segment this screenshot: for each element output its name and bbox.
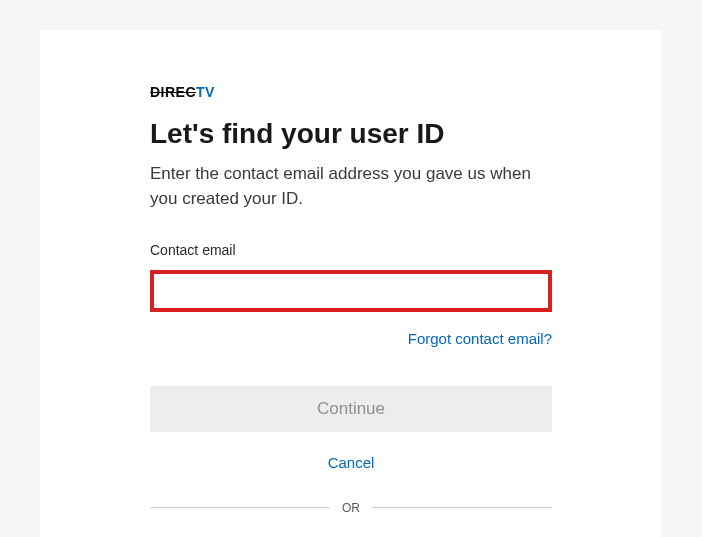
or-divider-label: OR: [330, 501, 372, 515]
forgot-row: Forgot contact email?: [150, 330, 552, 348]
continue-button[interactable]: Continue: [150, 386, 552, 432]
logo-direc: DIREC: [150, 84, 196, 100]
contact-email-input[interactable]: [150, 270, 552, 312]
cancel-button[interactable]: Cancel: [328, 454, 375, 471]
login-card: DIRECTV Let's find your user ID Enter th…: [40, 30, 662, 537]
page-title: Let's find your user ID: [150, 117, 552, 151]
page-background: DIRECTV Let's find your user ID Enter th…: [0, 0, 702, 537]
page-subtitle: Enter the contact email address you gave…: [150, 161, 552, 212]
forgot-contact-email-link[interactable]: Forgot contact email?: [408, 330, 552, 347]
email-label: Contact email: [150, 242, 552, 258]
or-divider: OR: [150, 501, 552, 515]
logo-tv: TV: [196, 84, 215, 100]
directv-logo: DIRECTV: [150, 85, 552, 99]
